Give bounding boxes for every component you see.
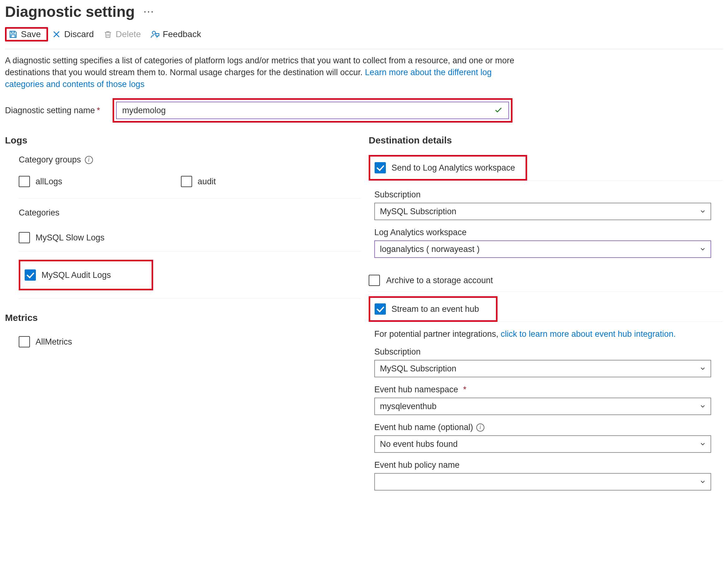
feedback-icon	[150, 30, 160, 39]
law-workspace-label: Log Analytics workspace	[374, 228, 723, 237]
setting-name-input[interactable]	[116, 102, 509, 119]
page-title: Diagnostic setting	[5, 3, 135, 20]
law-label: Send to Log Analytics workspace	[391, 163, 515, 173]
law-subscription-label: Subscription	[374, 190, 723, 200]
chevron-down-icon	[699, 208, 706, 215]
description-text: A diagnostic setting specifies a list of…	[5, 55, 529, 90]
eh-subscription-label: Subscription	[374, 347, 723, 357]
eh-namespace-value: mysqleventhub	[380, 402, 437, 411]
law-workspace-dropdown[interactable]: loganalytics ( norwayeast )	[374, 240, 711, 258]
save-button[interactable]: Save	[5, 27, 48, 41]
law-checkbox[interactable]	[375, 162, 386, 173]
toolbar: Save Discard Delete Feedback	[5, 27, 723, 49]
chevron-down-icon	[699, 441, 706, 447]
chevron-down-icon	[699, 365, 706, 372]
storage-label: Archive to a storage account	[386, 276, 493, 285]
category-groups-label: Category groups i	[19, 155, 361, 165]
feedback-button[interactable]: Feedback	[148, 27, 207, 41]
storage-checkbox[interactable]	[369, 275, 380, 286]
valid-check-icon	[494, 106, 503, 114]
discard-button[interactable]: Discard	[49, 27, 99, 41]
setting-name-label: Diagnostic setting name*	[5, 106, 100, 115]
law-subscription-dropdown[interactable]: MySQL Subscription	[374, 203, 711, 220]
eh-subscription-value: MySQL Subscription	[380, 364, 456, 374]
metrics-heading: Metrics	[5, 312, 361, 323]
trash-icon	[103, 30, 113, 39]
chevron-down-icon	[699, 478, 706, 485]
partner-integrations-link[interactable]: click to learn more about event hub inte…	[501, 329, 676, 339]
auditlogs-checkbox[interactable]	[25, 269, 36, 281]
eh-namespace-dropdown[interactable]: mysqleventhub	[374, 398, 711, 415]
close-icon	[52, 30, 61, 39]
logs-heading: Logs	[5, 135, 361, 146]
eh-policy-label: Event hub policy name	[374, 460, 723, 470]
save-label: Save	[21, 29, 41, 39]
save-icon	[8, 30, 18, 39]
allmetrics-checkbox[interactable]	[19, 336, 30, 347]
info-icon[interactable]: i	[85, 156, 93, 164]
eh-namespace-label: Event hub namespace*	[374, 385, 723, 394]
feedback-label: Feedback	[163, 29, 201, 39]
eh-policy-dropdown[interactable]	[374, 473, 711, 491]
alllogs-checkbox[interactable]	[19, 176, 30, 187]
delete-label: Delete	[116, 29, 141, 39]
eh-name-dropdown[interactable]: No event hubs found	[374, 435, 711, 453]
audit-label: audit	[198, 177, 216, 186]
allmetrics-label: AllMetrics	[36, 337, 72, 347]
svg-point-0	[152, 31, 155, 34]
slowlogs-checkbox[interactable]	[19, 232, 30, 243]
law-subscription-value: MySQL Subscription	[380, 207, 456, 216]
discard-label: Discard	[64, 29, 94, 39]
categories-label: Categories	[19, 208, 361, 218]
destination-heading: Destination details	[369, 135, 723, 146]
eh-name-label: Event hub name (optional) i	[374, 423, 723, 432]
alllogs-label: allLogs	[36, 177, 62, 186]
eh-subscription-dropdown[interactable]: MySQL Subscription	[374, 360, 711, 377]
chevron-down-icon	[699, 403, 706, 410]
eh-name-value: No event hubs found	[380, 439, 458, 449]
delete-button: Delete	[101, 27, 147, 41]
eventhub-checkbox[interactable]	[375, 303, 386, 315]
auditlogs-label: MySQL Audit Logs	[41, 270, 111, 280]
law-workspace-value: loganalytics ( norwayeast )	[380, 244, 480, 254]
eventhub-label: Stream to an event hub	[391, 304, 479, 314]
info-icon[interactable]: i	[476, 423, 484, 432]
slowlogs-label: MySQL Slow Logs	[36, 233, 104, 243]
audit-checkbox[interactable]	[181, 176, 192, 187]
partner-integrations-text: For potential partner integrations, clic…	[374, 329, 723, 339]
chevron-down-icon	[699, 246, 706, 253]
more-icon[interactable]: ···	[143, 5, 154, 17]
